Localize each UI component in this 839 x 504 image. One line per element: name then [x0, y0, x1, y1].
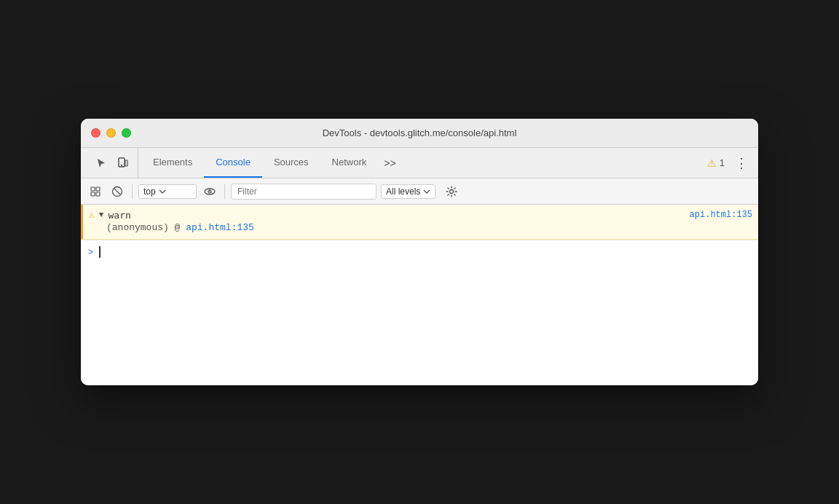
svg-rect-4 — [91, 192, 95, 196]
context-value: top — [143, 186, 156, 197]
minimize-button[interactable] — [106, 128, 116, 138]
warn-icon: ⚠ — [89, 209, 95, 221]
window-title: DevTools - devtools.glitch.me/console/ap… — [323, 127, 517, 138]
svg-rect-1 — [121, 165, 122, 166]
log-levels-selector[interactable]: All levels — [381, 184, 436, 199]
tab-elements[interactable]: Elements — [141, 148, 204, 178]
warning-count: 1 — [720, 157, 725, 168]
device-icon[interactable] — [114, 154, 132, 172]
tabs-more-button[interactable]: >> — [378, 157, 401, 169]
warn-line: ⚠ ▼ warn api.html:135 — [89, 209, 752, 221]
console-input-row[interactable]: > — [81, 240, 758, 264]
warn-detail-link[interactable]: api.html:135 — [186, 222, 254, 233]
filter-input[interactable] — [231, 184, 377, 200]
tab-sources[interactable]: Sources — [262, 148, 320, 178]
console-area: ⚠ ▼ warn api.html:135 (anonymous) @ api.… — [81, 205, 758, 385]
warning-icon: ⚠ — [707, 157, 717, 169]
svg-rect-6 — [96, 192, 100, 196]
warn-text: warn — [108, 210, 130, 221]
tab-network[interactable]: Network — [320, 148, 379, 178]
toolbar-separator-2 — [224, 184, 225, 199]
devtools-menu-button[interactable]: ⋮ — [730, 155, 752, 171]
collapse-arrow[interactable]: ▼ — [99, 210, 104, 219]
console-toolbar: top All levels — [81, 178, 758, 205]
svg-point-11 — [209, 191, 210, 192]
warn-detail-prefix: (anonymous) @ — [106, 222, 186, 233]
svg-point-12 — [450, 189, 454, 193]
levels-value: All levels — [386, 186, 420, 197]
warning-entry: ⚠ ▼ warn api.html:135 (anonymous) @ api.… — [81, 205, 758, 240]
live-expressions-button[interactable] — [201, 183, 218, 200]
warning-badge[interactable]: ⚠ 1 — [701, 157, 730, 169]
maximize-button[interactable] — [122, 128, 131, 138]
toolbar-icons — [87, 148, 138, 178]
tab-console[interactable]: Console — [204, 148, 262, 178]
execute-context-button[interactable] — [87, 183, 104, 200]
close-button[interactable] — [91, 128, 101, 138]
clear-console-button[interactable] — [109, 183, 126, 200]
svg-rect-5 — [96, 187, 100, 191]
console-prompt-icon: > — [88, 247, 93, 257]
traffic-lights — [91, 128, 131, 138]
svg-rect-2 — [125, 160, 127, 166]
warn-label: ⚠ ▼ warn — [89, 209, 131, 221]
titlebar: DevTools - devtools.glitch.me/console/ap… — [81, 119, 758, 148]
warn-source-link[interactable]: api.html:135 — [690, 210, 752, 220]
main-tabs: Elements Console Sources Network >> — [141, 148, 402, 178]
svg-line-8 — [114, 188, 121, 194]
svg-rect-3 — [91, 187, 95, 191]
warn-detail: (anonymous) @ api.html:135 — [89, 221, 752, 235]
console-cursor — [99, 246, 101, 258]
toolbar-separator — [132, 184, 133, 199]
context-selector[interactable]: top — [138, 184, 197, 199]
tabs-bar: Elements Console Sources Network >> ⚠ 1 — [81, 148, 758, 178]
console-empty-area: > — [81, 240, 758, 385]
cursor-icon[interactable] — [92, 154, 110, 172]
console-settings-button[interactable] — [443, 183, 460, 200]
